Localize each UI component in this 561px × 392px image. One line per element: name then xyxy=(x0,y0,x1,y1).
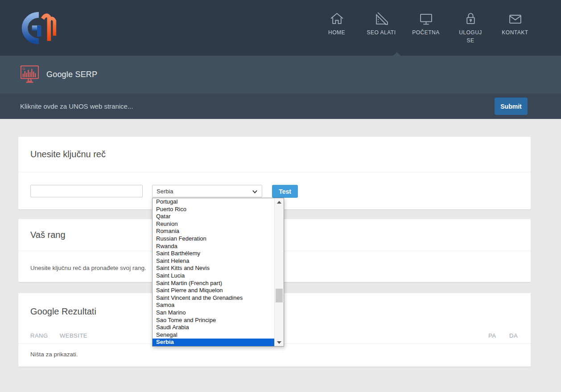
main-nav: HOME SEO ALATI POČETNA ULOGUJ SE KO xyxy=(321,12,531,45)
active-nav-notch xyxy=(393,52,401,56)
top-header: HOME SEO ALATI POČETNA ULOGUJ SE KO xyxy=(0,0,561,56)
nav-label: HOME xyxy=(328,29,345,37)
country-option[interactable]: Saudi Arabia xyxy=(153,324,274,331)
keyword-card-title: Unesite ključnu reč xyxy=(30,149,106,159)
padlock-icon xyxy=(463,12,478,26)
country-option[interactable]: Qatar xyxy=(153,213,274,220)
svg-text:G: G xyxy=(22,67,25,71)
country-option[interactable]: Saint Kitts and Nevis xyxy=(153,265,274,272)
nav-item-uloguj-se[interactable]: ULOGUJ SE xyxy=(455,12,486,45)
country-select[interactable]: Serbia xyxy=(152,185,262,197)
country-option[interactable]: Senegal xyxy=(153,331,274,339)
monitor-icon xyxy=(419,12,433,26)
nav-label: SEO ALATI xyxy=(367,29,396,37)
country-option[interactable]: Puerto Rico xyxy=(153,206,274,213)
country-option[interactable]: Saint Lucia xyxy=(153,272,274,280)
nav-label: ULOGUJ SE xyxy=(455,29,486,45)
results-card-title: Google Rezultati xyxy=(30,306,96,317)
country-option[interactable]: Saint Pierre and Miquelon xyxy=(153,287,274,294)
url-entry-prompt[interactable]: Kliknite ovde za UNOS web stranice... xyxy=(20,102,133,110)
keyword-card-header: Unesite ključnu reč xyxy=(18,137,531,172)
country-option[interactable]: Saint Helena xyxy=(153,257,274,265)
country-option[interactable]: Saint Vincent and the Grenadines xyxy=(153,294,274,302)
nav-label: KONTAKT xyxy=(502,29,528,37)
test-button[interactable]: Test xyxy=(272,185,298,198)
chevron-down-icon xyxy=(252,188,258,196)
column-header-rang: RANG xyxy=(30,332,60,339)
drafting-tools-icon xyxy=(374,12,389,26)
country-option[interactable]: Rwanda xyxy=(153,243,274,250)
results-empty-text: Ništa za prikazati. xyxy=(30,351,78,358)
country-option-list: PortugalPuerto RicoQatarReunionRomaniaRu… xyxy=(153,198,274,346)
nav-item-seo-alati[interactable]: SEO ALATI xyxy=(366,12,397,45)
home-icon xyxy=(330,12,344,26)
page-title-bar: G Google SERP xyxy=(0,56,561,94)
envelope-icon xyxy=(508,12,523,26)
country-option[interactable]: Reunion xyxy=(153,220,274,228)
rank-card-title: Vaš rang xyxy=(30,230,66,240)
country-option[interactable]: Saint Barthélemy xyxy=(153,250,274,257)
scroll-up-button[interactable] xyxy=(275,198,284,206)
keyword-card-body: Serbia Test xyxy=(18,172,531,198)
url-entry-bar: Kliknite ovde za UNOS web stranice... Su… xyxy=(0,94,561,119)
country-option[interactable]: Russian Federation xyxy=(153,235,274,243)
country-option[interactable]: Sao Tome and Principe xyxy=(153,317,274,324)
keyword-input[interactable] xyxy=(30,185,143,197)
country-option[interactable]: San Marino xyxy=(153,309,274,317)
scroll-up-arrow-icon xyxy=(277,201,281,204)
serp-chart-icon: G xyxy=(20,65,39,84)
scrollbar-thumb[interactable] xyxy=(276,289,283,302)
country-option[interactable]: Saint Martin (French part) xyxy=(153,280,274,287)
nav-item-kontakt[interactable]: KONTAKT xyxy=(499,12,531,45)
submit-button[interactable]: Submit xyxy=(495,98,528,115)
column-header-pa: PA xyxy=(488,332,509,339)
country-option[interactable]: Serbia xyxy=(153,339,274,346)
gm-logo[interactable] xyxy=(20,11,58,45)
page-title: Google SERP xyxy=(46,70,97,79)
nav-item-pocetna[interactable]: POČETNA xyxy=(410,12,441,45)
nav-item-home[interactable]: HOME xyxy=(321,12,352,45)
dropdown-scrollbar[interactable] xyxy=(274,198,284,346)
country-select-value: Serbia xyxy=(157,188,173,195)
country-option[interactable]: Samoa xyxy=(153,302,274,309)
scroll-down-button[interactable] xyxy=(275,339,284,346)
country-option[interactable]: Romania xyxy=(153,228,274,235)
column-header-da: DA xyxy=(509,332,519,339)
nav-label: POČETNA xyxy=(412,29,440,37)
scroll-down-arrow-icon xyxy=(277,341,281,344)
country-option[interactable]: Portugal xyxy=(153,198,274,206)
country-dropdown-list: PortugalPuerto RicoQatarReunionRomaniaRu… xyxy=(152,198,284,347)
